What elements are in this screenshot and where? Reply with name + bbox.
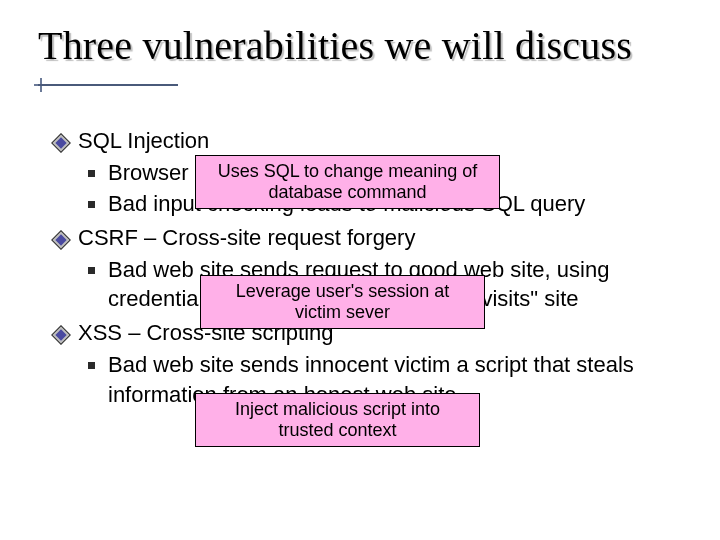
square-bullet-icon [88, 201, 95, 208]
overlay-sql-line2: database command [268, 182, 426, 203]
square-bullet-icon [88, 170, 95, 177]
diamond-bullet-icon [51, 133, 71, 153]
bullet-csrf-heading: CSRF – Cross-site request forgery [78, 225, 415, 250]
overlay-sql-line1: Uses SQL to change meaning of [218, 161, 478, 182]
overlay-xss-line2: trusted context [278, 420, 396, 441]
square-bullet-icon [88, 362, 95, 369]
diamond-bullet-icon [51, 230, 71, 250]
title-underline [38, 84, 178, 86]
overlay-csrf-line1: Leverage user's session at [236, 281, 450, 302]
square-bullet-icon [88, 267, 95, 274]
overlay-xss: Inject malicious script into trusted con… [195, 393, 480, 447]
slide-title: Three vulnerabilities we will discuss [38, 22, 632, 69]
bullet-sql-heading: SQL Injection [78, 128, 209, 153]
overlay-xss-line1: Inject malicious script into [235, 399, 440, 420]
overlay-sql: Uses SQL to change meaning of database c… [195, 155, 500, 209]
diamond-bullet-icon [51, 325, 71, 345]
overlay-csrf-line2: victim sever [295, 302, 390, 323]
slide: Three vulnerabilities we will discuss SQ… [0, 0, 720, 540]
overlay-csrf: Leverage user's session at victim sever [200, 275, 485, 329]
